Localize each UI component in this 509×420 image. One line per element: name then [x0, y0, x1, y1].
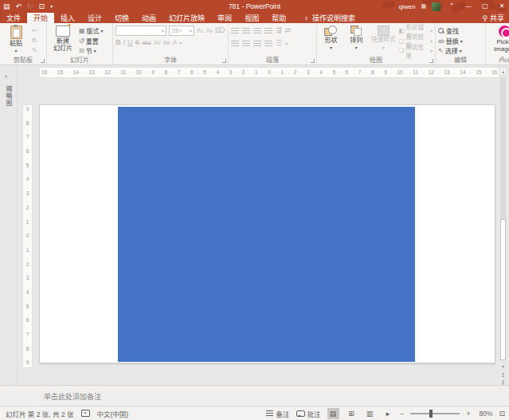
- tab-视图[interactable]: 视图: [238, 13, 265, 23]
- ruler-number: 0: [268, 70, 271, 76]
- scroll-up-icon[interactable]: ▴: [499, 67, 507, 76]
- start-slideshow-icon[interactable]: ⊡: [39, 3, 45, 10]
- slideshow-view-button[interactable]: ▸: [382, 408, 394, 419]
- fit-to-window-icon[interactable]: ⊡: [499, 410, 505, 418]
- ruler-tick: ·: [27, 255, 29, 260]
- paste-button[interactable]: 粘贴 ▾: [2, 26, 29, 56]
- replace-icon: ab: [438, 38, 444, 44]
- underline-button: U: [127, 39, 133, 46]
- ruler-tick: ·: [262, 70, 264, 75]
- accessibility-icon[interactable]: [81, 410, 90, 417]
- format-painter-icon: ✎: [32, 47, 37, 54]
- tab-开始[interactable]: 开始: [27, 13, 54, 23]
- tab-设计[interactable]: 设计: [81, 13, 108, 23]
- ruler-tick: ·: [27, 185, 29, 190]
- dialog-launcher-icon[interactable]: [429, 59, 433, 63]
- layout-button[interactable]: ▦ 版式▾: [79, 26, 104, 35]
- ruler-tick: ·: [27, 213, 29, 218]
- expand-thumbnails-icon[interactable]: ›: [5, 73, 7, 80]
- notes-pane[interactable]: 单击此处添加备注: [0, 385, 509, 406]
- tab-幻灯片放映[interactable]: 幻灯片放映: [162, 13, 211, 23]
- ruler-tick: ·: [198, 70, 199, 75]
- ruler-number: 4: [216, 70, 219, 76]
- user-name[interactable]: qiwen: [398, 3, 415, 10]
- ruler-number: 1: [281, 70, 284, 76]
- format-painter-button: ✎: [32, 46, 37, 55]
- zoom-out-icon[interactable]: −: [401, 410, 405, 418]
- arrange-icon: [350, 26, 362, 36]
- new-slide-button[interactable]: 新建幻灯片: [49, 26, 76, 56]
- ruler-number: 16: [41, 70, 47, 76]
- dialog-launcher-icon[interactable]: [311, 59, 315, 63]
- share-button[interactable]: ⚲ 共享: [482, 13, 504, 23]
- previous-slide-button[interactable]: ▴▴: [499, 371, 507, 378]
- ruler-number: 2: [26, 206, 29, 211]
- ruler-number: 7: [178, 70, 181, 76]
- notes-placeholder[interactable]: 单击此处添加备注: [44, 391, 101, 402]
- reset-button[interactable]: ↺ 重置: [79, 37, 104, 45]
- slide-sorter-view-button[interactable]: ⊞: [346, 408, 358, 419]
- ruler-number: 6: [26, 318, 29, 324]
- slide-number-indicator[interactable]: 幻灯片 第 2 张, 共 2 张: [6, 409, 74, 418]
- pickit-images-button[interactable]: PickitImages: [488, 26, 509, 56]
- ruler-tick: ·: [27, 227, 29, 232]
- ruler-number: 4: [319, 70, 323, 76]
- customize-qat-icon[interactable]: ▾: [50, 4, 53, 9]
- arrange-button[interactable]: 排列 ▾: [345, 26, 368, 56]
- ruler-tick: ·: [470, 70, 472, 75]
- lightbulb-icon: ♀: [303, 14, 309, 22]
- tab-动画[interactable]: 动画: [135, 13, 162, 23]
- ruler-number: 6: [26, 149, 29, 155]
- save-icon[interactable]: ▤: [3, 3, 10, 10]
- tab-审阅[interactable]: 审阅: [211, 13, 238, 23]
- tab-帮助[interactable]: 帮助: [265, 13, 292, 23]
- select-button[interactable]: ↖ 选择▾: [438, 46, 483, 55]
- character-spacing-icon: AV: [154, 40, 161, 45]
- dialog-launcher-icon[interactable]: [222, 59, 226, 63]
- font-name-combo[interactable]: ▾: [116, 26, 166, 36]
- zoom-slider[interactable]: [410, 413, 460, 414]
- scrollbar-thumb[interactable]: [500, 219, 506, 361]
- slide-blue-rectangle[interactable]: [118, 107, 415, 362]
- close-icon[interactable]: ✕: [496, 0, 507, 13]
- ruler-number: 9: [384, 70, 387, 76]
- zoom-in-icon[interactable]: +: [466, 410, 470, 418]
- dialog-launcher-icon[interactable]: [41, 59, 45, 63]
- avatar[interactable]: [432, 2, 440, 11]
- scrollbar-track[interactable]: [500, 77, 506, 360]
- ruler-tick: ·: [486, 70, 487, 75]
- collapse-ribbon-icon[interactable]: ⌃: [499, 56, 505, 63]
- language-indicator[interactable]: 中文(中国): [97, 409, 129, 418]
- normal-view-button[interactable]: ▤: [327, 408, 339, 419]
- maximize-icon[interactable]: ▢: [480, 0, 491, 13]
- replace-button[interactable]: ab 替换▾: [438, 37, 483, 45]
- notes-toggle-button[interactable]: 备注: [266, 409, 289, 418]
- section-button[interactable]: ⊟ 节▾: [79, 46, 104, 55]
- minimize-icon[interactable]: —: [463, 0, 474, 13]
- font-size-combo[interactable]: 28+▾: [169, 26, 194, 36]
- ribbon: 粘贴 ▾ ✂ ⧉ ✎ 剪贴板 新建幻灯片 ▦ 版式▾ ↺ 重置 ⊟ 节▾ 幻灯: [0, 23, 509, 65]
- ruler-number: 7: [358, 70, 362, 76]
- scroll-down-icon[interactable]: ▾: [499, 362, 507, 370]
- tab-插入[interactable]: 插入: [54, 13, 81, 23]
- ruler-tick: ·: [438, 70, 440, 75]
- drawing-group: 形状 ▾ 排列 ▾ 快速样式 ▾ ◧形状填充▾ ▢形状轮廓▾ ❏形状效果▾ 绘图: [317, 23, 436, 65]
- decrease-font-icon: A▾: [206, 27, 213, 34]
- ruler-number: 9: [26, 107, 29, 112]
- thumbnail-pane-collapsed[interactable]: › 缩略图: [0, 65, 18, 385]
- ruler-number: 11: [413, 70, 418, 76]
- reading-view-button[interactable]: ▥: [364, 408, 376, 419]
- find-button[interactable]: 查找: [438, 26, 483, 35]
- ruler-tick: ·: [27, 241, 29, 245]
- ribbon-display-options-icon[interactable]: ⌃: [446, 0, 457, 13]
- slide-canvas[interactable]: [39, 104, 495, 363]
- comments-toggle-button[interactable]: 批注: [296, 409, 321, 418]
- zoom-level[interactable]: 80%: [476, 410, 492, 418]
- shapes-button[interactable]: 形状 ▾: [319, 26, 343, 56]
- tab-切换[interactable]: 切换: [108, 13, 135, 23]
- tell-me-search[interactable]: ♀ 操作说明搜索: [303, 13, 355, 23]
- text-direction-icon: ⇄: [285, 27, 292, 34]
- zoom-slider-thumb[interactable]: [429, 410, 433, 418]
- undo-icon[interactable]: ↶: [16, 3, 22, 10]
- tab-文件[interactable]: 文件: [0, 13, 27, 23]
